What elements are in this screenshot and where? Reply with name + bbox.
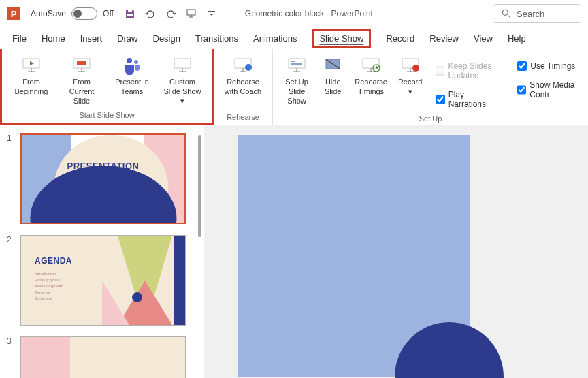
svg-point-6 (134, 60, 138, 64)
svg-point-1 (502, 10, 508, 15)
redo-icon[interactable] (165, 7, 177, 20)
customize-qat-icon[interactable] (206, 7, 218, 20)
tab-insert[interactable]: Insert (80, 31, 103, 46)
tab-view[interactable]: View (474, 31, 493, 46)
group-label-start: Start Slide Show (7, 108, 206, 123)
document-title: Geometric color block - PowerPoint (245, 9, 373, 18)
record-button[interactable]: Record▾ (394, 52, 426, 112)
slide2-agenda-list: IntroductionPrimary goalsAreas of growth… (35, 271, 63, 302)
setup-checkboxes-col2: Use Timings Show Media Contr (510, 52, 583, 112)
svg-rect-11 (291, 61, 295, 62)
tab-review[interactable]: Review (429, 31, 459, 46)
rehearse-timings-button[interactable]: Rehearse Timings (350, 52, 391, 112)
slide1-title: PRESENTATION TITLE (63, 161, 144, 181)
group-rehearse: Rehearse with Coach Rehearse (214, 49, 273, 125)
tab-slide-show[interactable]: Slide Show (312, 29, 371, 48)
rehearse-timings-label: Rehearse Timings (355, 78, 387, 97)
rehearse-coach-icon (232, 56, 254, 75)
custom-slide-show-label: Custom Slide Show ▾ (163, 78, 202, 106)
autosave-toggle[interactable]: AutoSave Off (31, 7, 114, 20)
tab-transitions[interactable]: Transitions (195, 31, 238, 46)
autosave-label: AutoSave (31, 9, 66, 18)
group-label-setup: Set Up (278, 112, 583, 126)
slide-thumbnails-panel[interactable]: 1 PRESENTATION TITLE Mirjam Nilsson 2 AG… (0, 125, 204, 378)
slide-number: 1 (7, 133, 15, 224)
main-slide-preview (238, 135, 470, 377)
record-label: Record▾ (398, 78, 422, 97)
from-beginning-label: From Beginning (12, 78, 51, 97)
from-current-slide-icon (71, 56, 93, 75)
rehearse-coach-label: Rehearse with Coach (223, 78, 263, 97)
set-up-slide-show-label: Set Up Slide Show (282, 78, 311, 106)
tab-file[interactable]: File (12, 31, 27, 46)
slide2-title: AGENDA (35, 256, 72, 266)
set-up-slide-show-button[interactable]: Set Up Slide Show (278, 52, 315, 112)
present-in-teams-button[interactable]: Present in Teams (108, 52, 156, 108)
svg-rect-12 (291, 63, 302, 65)
ribbon: From Beginning From Current Slide Presen… (0, 49, 588, 125)
teams-icon (121, 56, 143, 75)
svg-point-9 (245, 64, 252, 71)
svg-point-5 (127, 58, 132, 63)
svg-rect-0 (187, 10, 195, 15)
group-start-slide-show: From Beginning From Current Slide Presen… (0, 49, 214, 125)
search-icon (502, 9, 511, 18)
ribbon-tabs: File Home Insert Draw Design Transitions… (0, 27, 588, 49)
from-current-slide-label: From Current Slide (62, 78, 101, 106)
quick-access-toolbar (124, 7, 218, 20)
slide-thumbnail-2[interactable]: 2 AGENDA IntroductionPrimary goalsAreas … (7, 235, 203, 326)
from-beginning-icon[interactable] (185, 7, 197, 20)
tab-draw[interactable]: Draw (117, 31, 137, 46)
toggle-off-icon[interactable] (71, 7, 97, 20)
slide-thumbnail-3[interactable]: 3 INTRODUCTION (7, 336, 203, 378)
play-narrations-checkbox[interactable]: Play Narrations (436, 90, 501, 109)
custom-slide-show-button[interactable]: Custom Slide Show ▾ (159, 52, 206, 108)
slide-number: 2 (7, 235, 15, 326)
slide1-subtitle: Mirjam Nilsson (88, 185, 119, 189)
show-media-controls-checkbox[interactable]: Show Media Contr (517, 80, 576, 99)
slide-number: 3 (7, 336, 15, 378)
use-timings-checkbox[interactable]: Use Timings (517, 61, 576, 71)
tab-record[interactable]: Record (386, 31, 414, 46)
set-up-icon (286, 56, 308, 75)
rehearse-with-coach-button[interactable]: Rehearse with Coach (219, 52, 267, 110)
from-beginning-button[interactable]: From Beginning (7, 52, 55, 108)
chevron-down-icon: ▾ (180, 97, 184, 105)
tab-home[interactable]: Home (42, 31, 65, 46)
tab-help[interactable]: Help (508, 31, 526, 46)
autosave-state: Off (103, 9, 114, 18)
hide-slide-icon (322, 56, 344, 75)
svg-rect-4 (77, 61, 86, 65)
chevron-down-icon: ▾ (408, 87, 412, 95)
present-in-teams-label: Present in Teams (112, 78, 152, 97)
group-label-rehearse: Rehearse (219, 110, 267, 125)
hide-slide-button[interactable]: Hide Slide (318, 52, 348, 112)
custom-slide-show-icon (172, 56, 193, 75)
powerpoint-icon: P (7, 7, 20, 20)
group-set-up: Set Up Slide Show Hide Slide Rehearse Ti… (273, 49, 588, 125)
tab-animations[interactable]: Animations (253, 31, 297, 46)
setup-checkboxes-col1: Keep Slides Updated Play Narrations (429, 52, 508, 112)
record-icon (399, 56, 421, 75)
undo-icon[interactable] (144, 7, 157, 20)
keep-slides-updated-checkbox[interactable]: Keep Slides Updated (436, 61, 501, 80)
hide-slide-label: Hide Slide (322, 78, 344, 97)
save-icon[interactable] (124, 7, 136, 20)
search-placeholder: Search (517, 9, 544, 19)
rehearse-timings-icon (360, 56, 382, 75)
svg-point-17 (412, 65, 419, 72)
svg-rect-7 (174, 59, 191, 68)
slide-canvas[interactable]: P (204, 125, 588, 378)
title-bar: P AutoSave Off Geometric color block - P… (0, 0, 588, 27)
from-beginning-icon (20, 56, 42, 75)
search-input[interactable]: Search (493, 4, 581, 23)
tab-design[interactable]: Design (153, 31, 180, 46)
from-current-slide-button[interactable]: From Current Slide (58, 52, 105, 108)
workspace: 1 PRESENTATION TITLE Mirjam Nilsson 2 AG… (0, 125, 588, 378)
scrollbar-vertical[interactable] (198, 135, 201, 237)
slide-thumbnail-1[interactable]: 1 PRESENTATION TITLE Mirjam Nilsson (7, 133, 203, 224)
